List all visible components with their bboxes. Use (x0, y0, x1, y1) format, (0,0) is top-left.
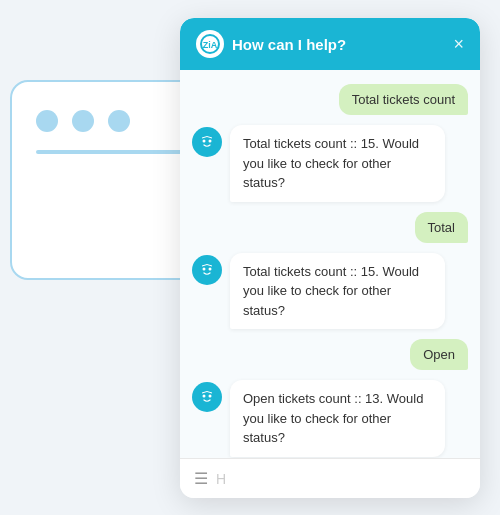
chat-footer: ☰ H (180, 458, 480, 498)
bot-avatar-2 (192, 255, 222, 285)
user-message-3: Open (410, 339, 468, 370)
svg-point-10 (209, 395, 212, 398)
menu-icon[interactable]: ☰ (194, 469, 208, 488)
svg-point-7 (209, 267, 212, 270)
user-message-2: Total (415, 212, 468, 243)
svg-point-9 (203, 395, 206, 398)
card-line (36, 150, 184, 154)
bot-message-3: Open tickets count :: 13. Would you like… (230, 380, 445, 457)
chat-body: Total tickets count Total tickets count … (180, 70, 480, 458)
dot-3 (108, 110, 130, 132)
svg-text:ZiA: ZiA (203, 40, 218, 50)
chat-title: How can I help? (232, 36, 346, 53)
dot-2 (72, 110, 94, 132)
dot-1 (36, 110, 58, 132)
svg-point-4 (209, 140, 212, 143)
zia-icon: ZiA (196, 30, 224, 58)
bot-avatar-1 (192, 127, 222, 157)
close-button[interactable]: × (453, 35, 464, 53)
svg-point-6 (203, 267, 206, 270)
chat-header: ZiA How can I help? × (180, 18, 480, 70)
scene: ZiA How can I help? × Total tickets coun… (0, 0, 500, 515)
svg-point-3 (203, 140, 206, 143)
bot-message-row-3: Open tickets count :: 13. Would you like… (192, 380, 468, 457)
bot-avatar-3 (192, 382, 222, 412)
user-message-1: Total tickets count (339, 84, 468, 115)
input-placeholder[interactable]: H (216, 471, 466, 487)
chat-header-left: ZiA How can I help? (196, 30, 346, 58)
bot-message-row-1: Total tickets count :: 15. Would you lik… (192, 125, 468, 202)
bot-message-row-2: Total tickets count :: 15. Would you lik… (192, 253, 468, 330)
dots-row (36, 110, 130, 132)
bot-message-2: Total tickets count :: 15. Would you lik… (230, 253, 445, 330)
bot-message-1: Total tickets count :: 15. Would you lik… (230, 125, 445, 202)
chat-window: ZiA How can I help? × Total tickets coun… (180, 18, 480, 498)
